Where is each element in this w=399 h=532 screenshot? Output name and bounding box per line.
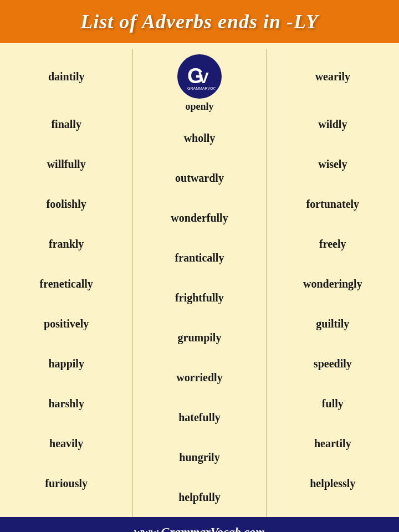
cell-col2-row6: frightfully: [133, 278, 265, 318]
cell-col3-row9: fully: [267, 383, 399, 423]
cell-col3-row1: wearily: [267, 49, 399, 104]
cell-col2-row10: hungrily: [133, 437, 265, 477]
cell-col1-row1: daintily: [0, 49, 132, 104]
word-fully: fully: [322, 397, 344, 410]
column-2: G V GRAMMARVOCAB openly wholly outwardly…: [133, 49, 265, 517]
word-daintily: daintily: [48, 70, 85, 83]
word-harshly: harshly: [48, 397, 84, 410]
word-grumpily: grumpily: [178, 331, 222, 344]
cell-col1-row9: harshly: [0, 383, 132, 423]
cell-col3-row8: speedily: [267, 344, 399, 383]
cell-col2-row9: hatefully: [133, 397, 265, 437]
word-worriedly: worriedly: [176, 371, 222, 384]
word-frantically: frantically: [175, 252, 224, 264]
cell-col3-row3: wisely: [267, 144, 399, 184]
word-frenetically: frenetically: [40, 278, 93, 290]
word-wonderingly: wonderingly: [303, 278, 362, 290]
word-foolishly: foolishly: [47, 198, 86, 211]
cell-col1-row11: furiously: [0, 463, 132, 503]
word-openly: openly: [185, 101, 213, 112]
word-frankly: frankly: [49, 238, 84, 250]
word-wearily: wearily: [315, 70, 350, 83]
cell-col1-row7: positively: [0, 304, 132, 344]
cell-col3-row4: fortunately: [267, 184, 399, 224]
word-grid: daintily finally willfully foolishly fra…: [0, 43, 399, 517]
column-1: daintily finally willfully foolishly fra…: [0, 49, 132, 517]
cell-col1-row5: frankly: [0, 224, 132, 264]
cell-col3-row7: guiltily: [267, 304, 399, 344]
cell-col1-row6: frenetically: [0, 264, 132, 304]
word-hungrily: hungrily: [179, 451, 219, 464]
word-outwardly: outwardly: [175, 172, 224, 185]
cell-col2-row7: grumpily: [133, 318, 265, 357]
word-heartily: heartily: [314, 437, 351, 450]
footer-url: www.GrammarVocab.com: [134, 525, 265, 532]
cell-col2-row3: outwardly: [133, 158, 265, 198]
cell-col2-row1: G V GRAMMARVOCAB openly: [133, 49, 265, 118]
word-speedily: speedily: [314, 357, 352, 370]
word-wonderfully: wonderfully: [171, 212, 228, 224]
cell-col1-row2: finally: [0, 104, 132, 144]
word-helpfully: helpfully: [178, 491, 221, 504]
word-finally: finally: [51, 118, 81, 131]
cell-col2-row8: worriedly: [133, 357, 265, 397]
cell-col1-row3: willfully: [0, 144, 132, 184]
cell-col2-row5: frantically: [133, 238, 265, 278]
svg-text:V: V: [198, 69, 209, 86]
word-furiously: furiously: [45, 477, 88, 490]
cell-col3-row6: wonderingly: [267, 264, 399, 304]
main-content: daintily finally willfully foolishly fra…: [0, 43, 399, 517]
word-positively: positively: [44, 318, 89, 330]
page-title: List of Adverbs ends in -LY: [11, 10, 388, 33]
word-helplessly: helplessly: [310, 477, 355, 490]
cell-col3-row2: wildly: [267, 104, 399, 144]
page-footer: www.GrammarVocab.com: [0, 517, 399, 532]
logo: G V GRAMMARVOCAB: [177, 54, 222, 99]
word-wholly: wholly: [184, 132, 216, 145]
cell-col3-row5: freely: [267, 224, 399, 264]
word-wildly: wildly: [318, 118, 347, 131]
cell-col3-row11: helplessly: [267, 463, 399, 503]
word-willfully: willfully: [47, 158, 86, 171]
cell-col2-row11: helpfully: [133, 477, 265, 517]
word-happily: happily: [48, 357, 84, 370]
cell-col1-row10: heavily: [0, 423, 132, 463]
word-heavily: heavily: [49, 437, 83, 450]
word-fortunately: fortunately: [306, 198, 360, 211]
cell-col1-row8: happily: [0, 344, 132, 383]
word-guiltily: guiltily: [316, 318, 349, 330]
word-wisely: wisely: [318, 158, 347, 171]
page-header: List of Adverbs ends in -LY: [0, 0, 399, 43]
svg-text:GRAMMARVOCAB: GRAMMARVOCAB: [187, 86, 216, 90]
word-hatefully: hatefully: [178, 411, 221, 424]
logo-svg: G V GRAMMARVOCAB: [183, 60, 216, 93]
word-frightfully: frightfully: [175, 291, 224, 304]
cell-col1-row4: foolishly: [0, 184, 132, 224]
cell-col2-row2: wholly: [133, 118, 265, 158]
cell-col3-row10: heartily: [267, 423, 399, 463]
column-3: wearily wildly wisely fortunately freely…: [267, 49, 399, 517]
cell-col2-row4: wonderfully: [133, 198, 265, 238]
word-freely: freely: [319, 238, 346, 250]
